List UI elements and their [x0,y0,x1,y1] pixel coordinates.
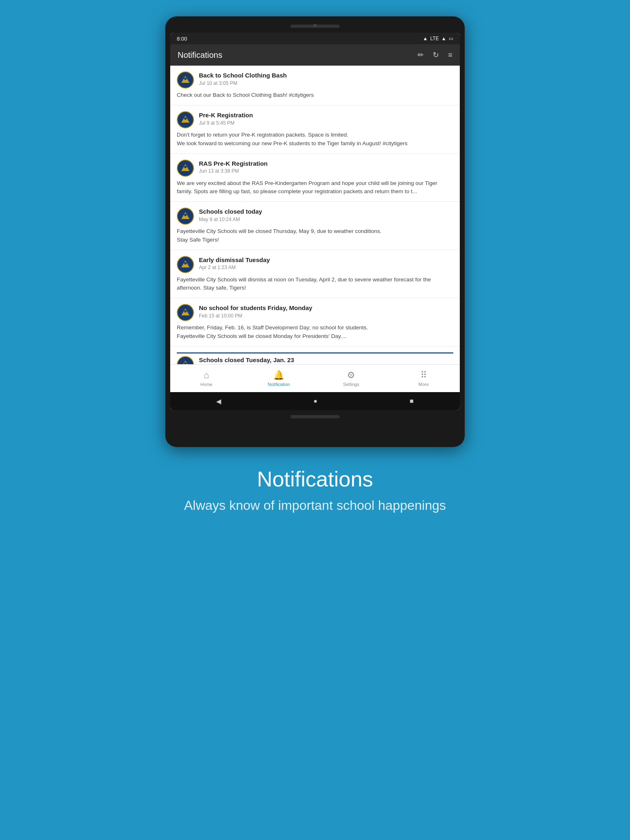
notif-header-row-3: RAS Pre-K Registration Jun 13 at 3:38 PM [177,160,453,177]
notif-avatar-7 [177,356,194,364]
bell-icon: 🔔 [273,370,284,381]
svg-point-5 [184,117,187,120]
page-footer-subtitle: Always know of important school happenin… [184,498,446,513]
recents-button[interactable]: ■ [410,397,414,405]
notif-body-4: Fayetteville City Schools will be closed… [177,227,453,244]
notif-title-6: No school for students Friday, Monday [199,304,312,312]
notif-avatar-3 [177,160,194,177]
nav-item-settings[interactable]: ⚙ Settings [315,370,388,387]
notif-header-row-7: Schools closed Tuesday, Jan. 23 [177,356,453,364]
notif-meta-7: Schools closed Tuesday, Jan. 23 [199,356,294,364]
notif-date-1: Jul 10 at 3:05 PM [199,80,287,86]
notif-date-4: May 9 at 10:24 AM [199,217,262,222]
svg-point-14 [184,262,187,265]
page-footer: Notifications Always know of important s… [160,467,471,513]
device-bottom-bar [170,412,460,422]
status-time: 8:00 [177,36,187,42]
speaker-grille-bottom [290,415,340,418]
notif-header-row-4: Schools closed today May 9 at 10:24 AM [177,208,453,225]
svg-point-17 [184,310,187,313]
notif-header-row-1: Back to School Clothing Bash Jul 10 at 3… [177,71,453,89]
nav-label-more: More [418,382,429,387]
lte-label: LTE [430,36,439,41]
settings-icon: ⚙ [347,370,355,381]
notif-meta-4: Schools closed today May 9 at 10:24 AM [199,208,262,222]
nav-label-settings: Settings [343,382,359,387]
notification-item-7[interactable]: Schools closed Tuesday, Jan. 23 [170,347,460,364]
filter-icon[interactable]: ≡ [448,51,452,59]
device-top-bar [170,21,460,31]
edit-icon[interactable]: ✏ [418,50,424,59]
notif-header-row-6: No school for students Friday, Monday Fe… [177,304,453,321]
notif-date-3: Jun 13 at 3:38 PM [199,168,268,174]
battery-icon: ▭ [449,36,453,41]
notif-meta-2: Pre-K Registration Jul 9 at 5:45 PM [199,111,253,126]
notification-item-3[interactable]: RAS Pre-K Registration Jun 13 at 3:38 PM… [170,154,460,202]
home-button[interactable]: ● [313,397,317,405]
notif-avatar-4 [177,208,194,225]
signal-icon: ▲ [441,36,446,41]
notif-meta-3: RAS Pre-K Registration Jun 13 at 3:38 PM [199,160,268,174]
notif-avatar-5 [177,256,194,273]
home-icon: ⌂ [204,370,209,381]
notif-title-3: RAS Pre-K Registration [199,160,268,168]
status-bar: 8:00 ▲ LTE ▲ ▭ [170,33,460,44]
device-screen: 8:00 ▲ LTE ▲ ▭ Notifications ✏ ↻ ≡ [170,33,460,410]
bottom-nav: ⌂ Home 🔔 Notification ⚙ Settings ⠿ More [170,364,460,392]
notification-item-2[interactable]: Pre-K Registration Jul 9 at 5:45 PM Don'… [170,105,460,154]
notif-body-6: Remember, Friday, Feb. 16, is Staff Deve… [177,324,453,340]
notif-header-row-5: Early dismissal Tuesday Apr 2 at 1:23 AM [177,256,453,273]
grid-icon: ⠿ [420,370,427,381]
notification-item-4[interactable]: Schools closed today May 9 at 10:24 AM F… [170,202,460,250]
nav-item-more[interactable]: ⠿ More [388,370,460,387]
notif-body-1: Check out our Back to School Clothing Ba… [177,91,453,99]
notif-title-2: Pre-K Registration [199,111,253,119]
notification-item-6[interactable]: No school for students Friday, Monday Fe… [170,298,460,347]
android-nav: ◀ ● ■ [170,392,460,410]
camera-dot [313,24,317,27]
notif-title-7: Schools closed Tuesday, Jan. 23 [199,356,294,364]
nav-item-home[interactable]: ⌂ Home [170,370,243,387]
notif-avatar-1 [177,71,194,89]
highlight-bar [177,352,453,354]
notif-title-4: Schools closed today [199,208,262,216]
status-icons: ▲ LTE ▲ ▭ [423,36,453,41]
svg-point-11 [184,214,187,216]
notif-avatar-2 [177,111,194,128]
refresh-icon[interactable]: ↻ [433,50,439,59]
notif-body-2: Don't forget to return your Pre-K regist… [177,131,453,148]
notification-item-1[interactable]: Back to School Clothing Bash Jul 10 at 3… [170,66,460,105]
notif-header-row-2: Pre-K Registration Jul 9 at 5:45 PM [177,111,453,128]
notification-item-5[interactable]: Early dismissal Tuesday Apr 2 at 1:23 AM… [170,250,460,299]
notif-body-5: Fayetteville City Schools will dismiss a… [177,276,453,292]
notif-title-1: Back to School Clothing Bash [199,71,287,80]
notif-title-5: Early dismissal Tuesday [199,256,270,264]
notif-avatar-6 [177,304,194,321]
svg-point-8 [184,166,187,168]
wifi-icon: ▲ [423,36,428,41]
nav-label-home: Home [201,382,212,387]
page-footer-title: Notifications [184,467,446,491]
app-title: Notifications [178,50,222,60]
notif-meta-1: Back to School Clothing Bash Jul 10 at 3… [199,71,287,86]
notif-date-6: Feb 15 at 10:00 PM [199,313,312,319]
notif-meta-6: No school for students Friday, Monday Fe… [199,304,312,319]
device-frame: 8:00 ▲ LTE ▲ ▭ Notifications ✏ ↻ ≡ [165,16,465,447]
notif-date-2: Jul 9 at 5:45 PM [199,120,253,126]
notif-body-3: We are very excited about the RAS Pre-Ki… [177,179,453,196]
notif-date-5: Apr 2 at 1:23 AM [199,265,270,270]
notif-meta-5: Early dismissal Tuesday Apr 2 at 1:23 AM [199,256,270,271]
svg-point-2 [184,78,187,80]
header-icons: ✏ ↻ ≡ [418,50,452,59]
nav-item-notification[interactable]: 🔔 Notification [243,370,315,387]
app-header: Notifications ✏ ↻ ≡ [170,44,460,66]
notification-list: Back to School Clothing Bash Jul 10 at 3… [170,66,460,364]
back-button[interactable]: ◀ [216,397,221,405]
nav-label-notification: Notification [268,382,290,387]
